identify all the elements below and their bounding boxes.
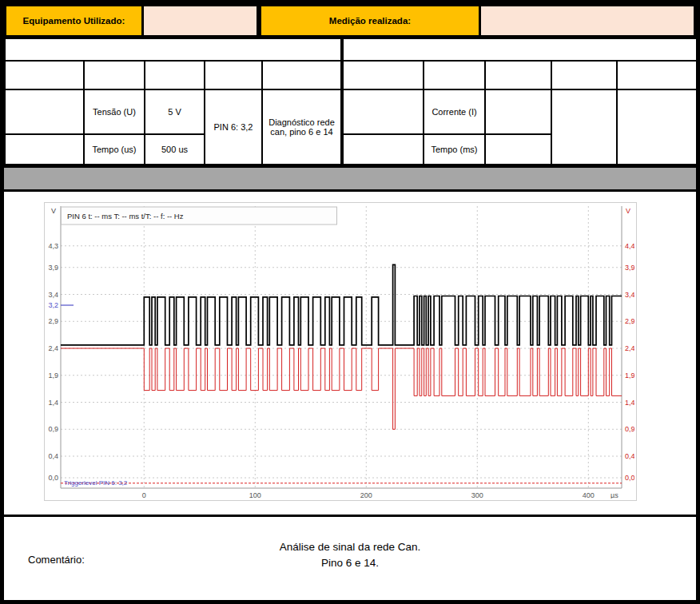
setup-tables: Setup Sinal 1 Referência Eixos de valore… (4, 38, 696, 165)
y-tick-right: 1,4 (625, 399, 634, 407)
setup2-col-tipo: Tipo de sinal (424, 61, 485, 89)
setup1-row1-tipo[interactable]: Tensão (U) (84, 89, 145, 134)
y-tick-right: 2,9 (625, 317, 634, 325)
setup2-col-referencia-line2: Eixos de valores (345, 76, 421, 84)
gray-divider-bar (4, 165, 696, 192)
y-tick-left: 0,9 (48, 425, 58, 433)
x-tick: 200 (360, 491, 372, 499)
setup1-col-referencia-line1: Referência (22, 66, 66, 76)
setup2-col-valores: Valores CH2 (485, 61, 551, 89)
setup2-col-referencia-line1: Referência (360, 66, 405, 76)
y-tick-left: 2,4 (48, 344, 58, 352)
readout-text: PIN 6 t: -- ms T: -- ms t/T: -- f: -- Hz (67, 212, 184, 221)
setup2-col-tipo-line1: Tipo de (439, 66, 470, 75)
setup2-col-referencia: Referência Eixos de valores (343, 61, 424, 89)
setup1-comentario-value[interactable]: Diagnóstico rede can, pino 6 e 14 (262, 89, 341, 165)
setup1-row2-valor[interactable]: 500 us (145, 134, 205, 165)
setup1-col-tipo: Tipo de sinal (84, 61, 145, 89)
setup1-col-tipo-line1: Tipo de (99, 66, 130, 75)
setup1-col-referencia: Referência Eixos de valores (5, 61, 84, 89)
x-tick: 100 (249, 491, 261, 499)
y-tick-right: 1,9 (625, 372, 634, 379)
y-tick-right: 2,4 (625, 344, 634, 352)
setup1-col-referencia-line2: Eixos de valores (7, 76, 82, 84)
x-axis-unit: µs (611, 491, 618, 499)
setup2-col-tipo-line2: sinal (426, 75, 483, 85)
setup1-col-trigger: Trigger (205, 61, 262, 89)
setup2-row1-valor[interactable] (485, 89, 551, 134)
comment-label: Comentário: (28, 554, 85, 566)
y-tick-left: 1,9 (48, 372, 58, 379)
setup1-row2-tipo[interactable]: Tempo (us) (84, 134, 145, 165)
y-tick-right: 4,4 (625, 242, 634, 250)
setup1-col-tipo-line2: sinal (86, 75, 142, 85)
top-bar: Equipamento Utilizado: Medição realizada… (4, 4, 696, 38)
trigger-level-label: 3,2 (48, 301, 58, 309)
y-tick-right: 0,0 (625, 474, 634, 482)
y-tick-right: 0,9 (625, 425, 634, 433)
setup1-row2-label: Duração (Horizontal X) (5, 134, 84, 165)
scope-svg: 4,34,43,93,93,43,42,92,92,42,41,91,91,41… (45, 203, 634, 499)
comment-section: Comentário: Análise de sinal da rede Can… (4, 515, 696, 600)
setup-sinal-1-table: Setup Sinal 1 Referência Eixos de valore… (4, 38, 342, 165)
setup2-comentario-value[interactable] (617, 89, 698, 165)
equipment-value-cell[interactable] (144, 6, 257, 35)
setup2-trigger-value[interactable] (551, 89, 617, 165)
ch1-trace (61, 264, 622, 345)
y-tick-left: 0,0 (48, 474, 58, 482)
measurement-label: Medição realizada: (261, 6, 479, 35)
setup2-row1-tipo[interactable]: Corrente (I) (424, 89, 485, 134)
ch2-trace (61, 348, 622, 429)
setup2-col-trigger: Trigger (551, 61, 617, 89)
measurement-report-page: Equipamento Utilizado: Medição realizada… (0, 0, 700, 604)
y-tick-right: 3,9 (625, 264, 634, 272)
setup2-col-comentario: Comentário (617, 61, 698, 89)
oscilloscope-plot: 4,34,43,93,93,43,42,92,92,42,41,91,91,41… (44, 202, 637, 501)
y-tick-left: 4,3 (48, 242, 58, 250)
comment-body[interactable]: Análise de sinal da rede Can. Pino 6 e 1… (280, 539, 420, 570)
setup1-col-comentario: Comentário (262, 61, 341, 89)
y-tick-left: 2,9 (48, 317, 58, 325)
x-tick: 400 (583, 491, 595, 499)
setup1-col-valores: Valores CH1 (145, 61, 205, 89)
setup2-title: Setup Sinal 2 (343, 38, 698, 61)
x-tick: 300 (471, 491, 483, 499)
setup1-title: Setup Sinal 1 (5, 38, 341, 61)
y-tick-left: 3,4 (48, 291, 58, 299)
setup2-row2-label: Duração (Horizontal X) (343, 134, 424, 165)
comment-line1: Análise de sinal da rede Can. (280, 539, 420, 555)
y-axis-left-unit: V (51, 207, 56, 215)
setup1-trigger-value[interactable]: PIN 6: 3,2 (205, 89, 262, 165)
y-axis-right-unit: V (626, 207, 630, 215)
y-tick-left: 1,4 (48, 399, 58, 407)
setup2-row2-valor[interactable] (485, 134, 551, 165)
equipment-label: Equipamento Utilizado: (6, 6, 141, 35)
trigger-note: Triggerlevel PIN 6: 3,2 (64, 479, 128, 487)
setup1-row1-label: Amplitude de sinal (Vertical - Y) (5, 89, 84, 134)
y-tick-left: 3,9 (48, 264, 58, 272)
measurement-value-cell[interactable] (481, 6, 694, 35)
setup2-row1-label: Amplitude de sinal (Vertical - Y) (343, 89, 424, 134)
y-tick-right: 0,4 (625, 452, 634, 460)
y-tick-left: 0,4 (48, 452, 58, 460)
setup2-row2-tipo[interactable]: Tempo (ms) (424, 134, 485, 165)
y-tick-right: 3,4 (625, 291, 634, 299)
setup-sinal-2-table: Setup Sinal 2 Referência Eixos de valore… (342, 38, 699, 165)
setup1-row1-valor[interactable]: 5 V (145, 89, 205, 134)
scope-section: 4,34,43,93,93,43,42,92,92,42,41,91,91,41… (4, 192, 696, 515)
comment-line2: Pino 6 e 14. (280, 555, 420, 571)
x-tick: 0 (142, 491, 146, 499)
